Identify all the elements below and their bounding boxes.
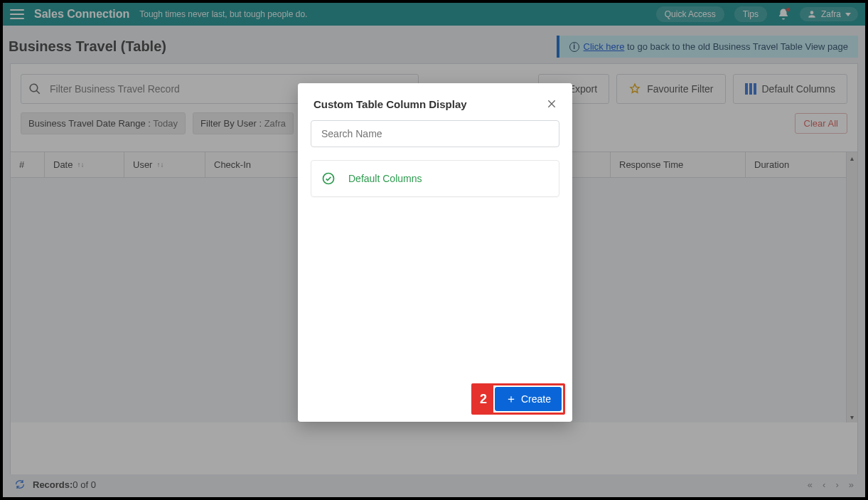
svg-point-0 [323,174,334,184]
modal-title: Custom Table Column Display [314,98,467,110]
option-default-columns[interactable]: Default Columns [311,160,559,197]
create-callout: 2 ＋ Create [471,383,565,415]
close-button[interactable] [544,96,559,112]
modal-search[interactable] [311,120,559,147]
create-button[interactable]: ＋ Create [495,387,562,411]
callout-number: 2 [473,385,493,413]
modal-search-input[interactable] [320,127,550,140]
check-circle-icon [321,171,336,186]
option-label: Default Columns [348,173,422,184]
column-display-modal: Custom Table Column Display Default Colu… [298,83,572,422]
close-icon [546,98,557,110]
create-label: Create [521,393,551,405]
